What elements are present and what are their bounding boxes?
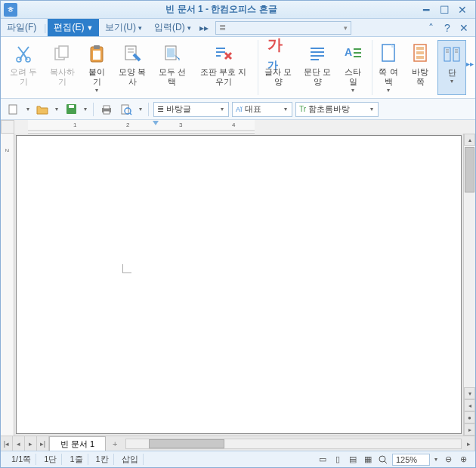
brush-icon [122, 42, 143, 66]
char-format-icon: 가가 [267, 42, 289, 66]
quick-toolbar: ▾ ▾ ▾ ▾ ≣ 바탕글▾ Aĭ 대표▾ Tr 함초롬바탕▾ [1, 99, 475, 120]
menu-input[interactable]: 입력(D)▾ [148, 19, 197, 36]
new-button[interactable] [5, 102, 22, 117]
view-mode-4-button[interactable]: ▦ [362, 454, 374, 466]
zoom-level[interactable]: 125% [392, 454, 430, 466]
minimize-button[interactable]: ━ [421, 5, 431, 15]
zoom-out-button[interactable]: ⊖ [442, 454, 454, 466]
column-icon [441, 42, 462, 66]
svg-rect-26 [416, 51, 424, 54]
window-title: 빈 문서 1 - 한컴오피스 흔글 [22, 3, 421, 16]
scissors-icon [13, 42, 34, 66]
svg-rect-36 [69, 105, 74, 108]
ruler-corner [1, 120, 14, 134]
column-button[interactable]: 단▾ [437, 40, 466, 95]
svg-text:A: A [345, 46, 352, 58]
menu-edit[interactable]: 편집(E)▼ [48, 19, 99, 36]
help-button[interactable]: ? [442, 23, 453, 33]
preview-dropdown[interactable]: ▾ [138, 106, 144, 112]
next-page-button[interactable]: ▸ [464, 423, 475, 436]
svg-rect-5 [94, 45, 100, 49]
vertical-ruler[interactable]: 2 [1, 134, 14, 436]
style-button[interactable]: A 스타일▾ [338, 40, 367, 95]
save-button[interactable] [63, 102, 79, 117]
svg-rect-3 [59, 46, 68, 57]
text-cursor-icon [122, 264, 131, 273]
tab-next-button[interactable]: ▸ [25, 436, 37, 451]
app-icon: ㅎ [4, 3, 17, 17]
scroll-up-button[interactable]: ▴ [464, 134, 475, 146]
tab-first-button[interactable]: |◂ [1, 436, 13, 451]
zoom-in-button[interactable]: ⊕ [457, 454, 469, 466]
svg-rect-11 [167, 48, 175, 57]
close-button[interactable]: ✕ [457, 5, 468, 15]
char-format-button[interactable]: 가가 글자 모양 [260, 40, 296, 95]
copy-button[interactable]: 복사하기 [45, 40, 79, 95]
copy-icon [51, 42, 73, 66]
page-margin-button[interactable]: 쪽 여백▾ [374, 40, 403, 95]
rep-combo[interactable]: Aĭ 대표▾ [232, 102, 292, 117]
add-tab-button[interactable]: + [106, 439, 124, 448]
document-close-button[interactable]: ✕ [459, 23, 469, 33]
cut-button[interactable]: 오려 두기 [5, 40, 42, 95]
svg-rect-9 [128, 51, 134, 53]
scroll-down-button[interactable]: ▾ [464, 387, 475, 399]
style-combo[interactable]: ≣ 바탕글▾ [153, 102, 229, 117]
horizontal-scrollbar[interactable] [125, 439, 462, 449]
format-painter-button[interactable]: 모양 복사 [114, 40, 150, 95]
maximize-button[interactable]: ☐ [439, 5, 450, 15]
status-mode[interactable]: 삽입 [117, 454, 144, 465]
select-all-icon [162, 42, 183, 66]
font-combo[interactable]: Tr 함초롬바탕▾ [295, 102, 379, 117]
menubar: 파일(F) | 편집(E)▼ 보기(U)▾ 입력(D)▾ ▸▸ ≣▾ ˄ ? ✕ [1, 19, 475, 37]
workspace: 2 ▴ ▾ ◂ ● ▸ [1, 134, 475, 436]
view-mode-2-button[interactable]: ▯ [332, 454, 344, 466]
para-format-icon [307, 42, 328, 66]
svg-rect-8 [128, 48, 134, 50]
background-page-button[interactable]: 바탕쪽 [406, 40, 434, 95]
view-mode-3-button[interactable]: ▤ [347, 454, 359, 466]
quick-find-combo[interactable]: ≣▾ [215, 21, 351, 35]
bg-page-icon [410, 42, 431, 66]
tab-prev-button[interactable]: ◂ [13, 436, 25, 451]
hscroll-right-button[interactable]: ▸ [463, 436, 475, 451]
indent-marker-icon[interactable] [153, 121, 159, 127]
zoom-dropdown[interactable]: ▾ [433, 456, 439, 463]
clear-formatting-button[interactable]: 조판 부호 지우기 [193, 40, 253, 95]
paste-button[interactable]: 붙이기▾ [82, 40, 111, 95]
clear-format-icon [213, 42, 234, 66]
status-column: 1칸 [91, 454, 114, 465]
document-tab[interactable]: 빈 문서 1 [49, 436, 106, 451]
vertical-scrollbar[interactable]: ▴ ▾ ◂ ● ▸ [463, 134, 475, 436]
para-format-button[interactable]: 문단 모양 [299, 40, 335, 95]
new-dropdown[interactable]: ▾ [25, 106, 31, 112]
open-dropdown[interactable]: ▾ [54, 106, 60, 112]
menu-more-button[interactable]: ▸▸ [197, 23, 211, 33]
open-button[interactable] [34, 102, 51, 117]
status-line: 1줄 [65, 454, 88, 465]
tab-last-button[interactable]: ▸| [37, 436, 49, 451]
clipboard-icon [86, 42, 107, 66]
ribbon-collapse-button[interactable]: ˄ [425, 23, 436, 33]
select-all-button[interactable]: 모두 선택 [154, 40, 190, 95]
document-page[interactable] [16, 135, 462, 434]
scroll-thumb-v[interactable] [465, 147, 474, 192]
svg-rect-39 [104, 111, 110, 114]
menu-file[interactable]: 파일(F) [1, 19, 42, 36]
menu-view[interactable]: 보기(U)▾ [99, 19, 148, 36]
browse-object-button[interactable]: ● [464, 411, 475, 423]
print-button[interactable] [98, 102, 115, 117]
ribbon-expand-button[interactable]: ▸▸ [466, 60, 474, 68]
prev-page-button[interactable]: ◂ [464, 399, 475, 411]
svg-rect-6 [93, 51, 100, 60]
svg-point-44 [379, 456, 385, 462]
save-dropdown[interactable]: ▾ [82, 106, 88, 112]
horizontal-ruler[interactable]: 1 2 3 4 5 6 7 8 [28, 120, 255, 134]
scroll-thumb-h[interactable] [149, 439, 224, 448]
status-section: 1단 [39, 454, 62, 465]
preview-button[interactable] [118, 102, 134, 117]
svg-rect-27 [416, 56, 424, 59]
svg-rect-25 [416, 47, 424, 50]
zoom-fit-button[interactable] [377, 454, 389, 466]
view-mode-1-button[interactable]: ▭ [317, 454, 329, 466]
